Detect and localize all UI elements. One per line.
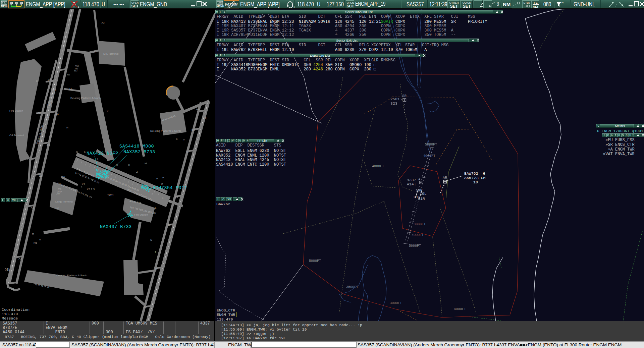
svg-text:B9: B9 xyxy=(196,108,200,111)
svg-text:A2: A2 xyxy=(18,257,22,260)
svg-text:SAS4418 MD80: SAS4418 MD80 xyxy=(119,144,154,149)
svg-text:↓: ↓ xyxy=(472,176,474,180)
svg-text:5000FT: 5000FT xyxy=(409,244,421,248)
svg-text:A6: A6 xyxy=(55,113,59,116)
svg-text:De-icing Platform A-South: De-icing Platform A-South xyxy=(56,274,87,277)
svg-text:322: 322 xyxy=(47,106,50,109)
svg-text:AR: AR xyxy=(443,176,447,180)
svg-text:N: N xyxy=(66,126,68,129)
svg-text:SR: SR xyxy=(402,94,407,98)
svg-text:205: 205 xyxy=(55,207,59,210)
svg-text:323: 323 xyxy=(390,101,397,106)
svg-text:T: T xyxy=(183,139,185,142)
svg-text:E: E xyxy=(84,150,86,153)
svg-text:B3: B3 xyxy=(144,306,147,309)
svg-text:01R: 01R xyxy=(418,196,425,201)
svg-text:Y: Y xyxy=(97,157,99,160)
svg-text:N5: N5 xyxy=(34,241,37,244)
svg-text:X: X xyxy=(107,110,109,113)
svg-text:K0: K0 xyxy=(62,175,65,178)
svg-text:F: F xyxy=(156,177,158,180)
svg-text:B7: B7 xyxy=(186,150,190,153)
svg-text:N: N xyxy=(39,238,41,241)
svg-text:B6: B6 xyxy=(175,195,178,198)
svg-text:K1: K1 xyxy=(82,183,85,186)
svg-text:3000FT: 3000FT xyxy=(390,301,402,305)
svg-text:G: G xyxy=(76,151,78,154)
svg-text:A4: A4 xyxy=(39,175,42,178)
svg-text:Z: Z xyxy=(136,170,138,173)
svg-text:A7: A7 xyxy=(67,73,70,76)
svg-text:NAX407 B733: NAX407 B733 xyxy=(100,224,132,229)
svg-text:M: M xyxy=(145,162,147,165)
svg-text:C1: C1 xyxy=(27,158,31,161)
svg-text:332: 332 xyxy=(74,69,77,72)
svg-text:De-icing Platform A-North: De-icing Platform A-North xyxy=(70,97,101,100)
svg-text:Fire Station: Fire Station xyxy=(134,213,148,216)
svg-text:326: 326 xyxy=(50,96,54,98)
svg-text:7: 7 xyxy=(151,198,153,201)
svg-text:A5: A5 xyxy=(47,143,50,147)
svg-text:B8: B8 xyxy=(192,128,195,131)
svg-text:A: A xyxy=(418,178,420,181)
svg-text:4337: 4337 xyxy=(407,178,416,182)
svg-text:F: F xyxy=(152,193,153,196)
svg-text:4000FT: 4000FT xyxy=(372,165,384,168)
svg-text:01L: 01L xyxy=(5,268,10,272)
svg-text:207: 207 xyxy=(56,192,60,195)
svg-text:NAX352 B733: NAX352 B733 xyxy=(123,150,155,155)
svg-text:23 GM: 23 GM xyxy=(474,176,486,180)
svg-text:T: T xyxy=(169,199,170,202)
svg-text:S: S xyxy=(150,238,152,241)
svg-text:Cargo Terminal: Cargo Terminal xyxy=(55,200,73,203)
svg-text:4000FT: 4000FT xyxy=(454,307,466,311)
svg-text:A3: A3 xyxy=(31,206,34,209)
svg-text:H: H xyxy=(162,176,164,179)
svg-text:321: 321 xyxy=(45,115,50,118)
svg-text:2501: 2501 xyxy=(390,97,400,101)
svg-text:T: T xyxy=(155,250,156,253)
svg-text:A1: A1 xyxy=(11,287,14,290)
svg-text:↓: ↓ xyxy=(414,183,416,186)
svg-text:10: 10 xyxy=(473,180,478,184)
svg-text:MIL Terminal: MIL Terminal xyxy=(103,52,119,55)
svg-text:H: H xyxy=(128,164,130,167)
svg-text:S: S xyxy=(176,137,177,140)
svg-text:K2: K2 xyxy=(87,188,90,191)
svg-text:X2: X2 xyxy=(101,21,105,24)
svg-text:C2: C2 xyxy=(37,112,41,115)
svg-text:3000FT: 3000FT xyxy=(414,223,426,226)
svg-text:BAW762 H: BAW762 H xyxy=(464,171,485,176)
svg-text:19L: 19L xyxy=(420,191,427,196)
svg-text:S: S xyxy=(162,196,163,199)
svg-text:A65: A65 xyxy=(464,176,471,180)
svg-text:2 3: 2 3 xyxy=(91,188,95,191)
svg-text:4000FT: 4000FT xyxy=(423,154,435,158)
svg-text:B5: B5 xyxy=(168,224,171,227)
svg-text:M: M xyxy=(32,232,34,235)
svg-text:FL: FL xyxy=(561,1,564,4)
svg-text:TWR: TWR xyxy=(107,193,113,196)
svg-text:1: 1 xyxy=(78,5,79,8)
svg-text:C: C xyxy=(36,79,38,82)
svg-text:X: X xyxy=(94,50,96,53)
svg-text:GA Terminal: GA Terminal xyxy=(9,134,24,137)
svg-text:317: 317 xyxy=(40,129,43,131)
svg-text:Fire Station: Fire Station xyxy=(9,109,23,112)
svg-text:C: C xyxy=(50,135,52,138)
svg-text:311: 311 xyxy=(36,142,40,144)
svg-text:3500FT: 3500FT xyxy=(346,285,358,289)
svg-text:B4: B4 xyxy=(155,267,159,270)
svg-text:M: M xyxy=(69,88,72,91)
svg-text:4000FT: 4000FT xyxy=(412,233,424,237)
svg-text:A14: A14 xyxy=(407,182,414,186)
svg-text:5000FT: 5000FT xyxy=(425,143,437,147)
svg-text:19L: 19L xyxy=(202,116,208,120)
svg-text:ACH7854 MD11: ACH7854 MD11 xyxy=(153,185,187,190)
svg-text:5000FT: 5000FT xyxy=(309,259,321,263)
svg-text:NAX423 NOFP: NAX423 NOFP xyxy=(87,151,118,156)
svg-text:L: L xyxy=(155,207,157,210)
svg-text:C3: C3 xyxy=(48,79,52,82)
svg-text:1: 1 xyxy=(81,185,83,188)
svg-text:De-icing Platform B-North: De-icing Platform B-North xyxy=(150,129,181,132)
